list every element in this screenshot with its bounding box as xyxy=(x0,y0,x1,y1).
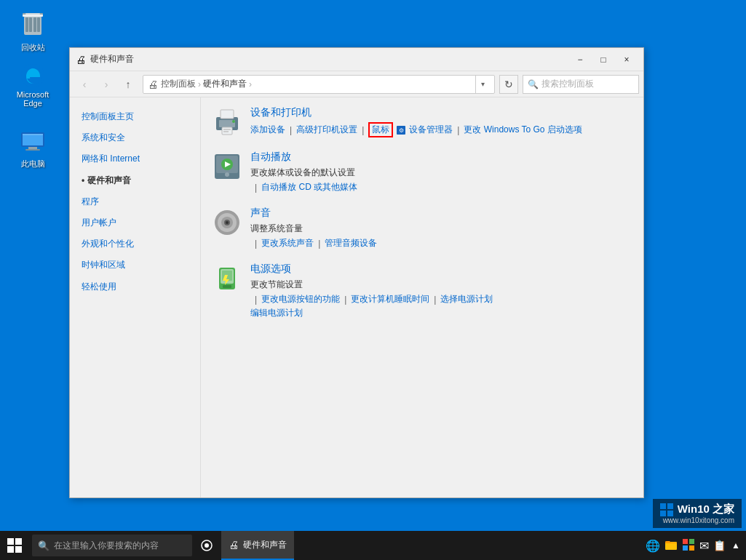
toolbar: ‹ › ↑ 🖨 控制面板 › 硬件和声音 › ▾ ↻ 🔍 搜索控制面板 xyxy=(70,71,643,97)
tray-mail-icon[interactable]: ✉ xyxy=(699,539,709,553)
windows-logo-icon xyxy=(660,503,673,516)
svg-point-32 xyxy=(226,221,229,224)
svg-rect-44 xyxy=(689,545,694,551)
address-dropdown[interactable]: ▾ xyxy=(475,75,490,94)
desktop-icon-edge[interactable]: MicrosoftEdge xyxy=(7,58,58,111)
sound-links: | 更改系统声音 | 管理音频设备 xyxy=(250,237,632,249)
windows-to-go-link[interactable]: 更改 Windows To Go 启动选项 xyxy=(464,124,582,136)
power-content: 电源选项 更改节能设置 | 更改电源按钮的功能 | 更改计算机睡眠时间 | 选择… xyxy=(250,263,632,319)
taskbar-search-placeholder: 在这里输入你要搜索的内容 xyxy=(54,540,159,552)
svg-rect-16 xyxy=(221,110,234,119)
power-links-row1: | 更改电源按钮的功能 | 更改计算机睡眠时间 | 选择电源计划 xyxy=(250,293,632,305)
add-device-link[interactable]: 添加设备 xyxy=(250,124,285,136)
sidebar-item-network-internet[interactable]: 网络和 Internet xyxy=(70,148,200,169)
addr-hardware-sound[interactable]: 硬件和声音 xyxy=(203,78,247,90)
sidebar: 控制面板主页 系统和安全 网络和 Internet 硬件和声音 程序 用户帐户 … xyxy=(70,97,201,497)
svg-rect-42 xyxy=(689,539,694,544)
start-logo-icon xyxy=(7,538,22,553)
recycle-bin-label: 回收站 xyxy=(21,42,45,53)
task-view-button[interactable] xyxy=(192,531,221,560)
tray-extra-icon[interactable]: 📋 xyxy=(713,540,726,551)
search-box[interactable]: 🔍 搜索控制面板 xyxy=(523,75,639,94)
sound-title[interactable]: 声音 xyxy=(250,207,632,220)
win10-url: www.win10xitong.com xyxy=(660,516,734,524)
titlebar: 🖨 硬件和声音 − □ × xyxy=(70,48,643,71)
search-placeholder: 搜索控制面板 xyxy=(541,78,594,90)
forward-button[interactable]: › xyxy=(96,74,116,95)
back-button[interactable]: ‹ xyxy=(74,74,95,95)
edge-label: MicrosoftEdge xyxy=(17,90,49,108)
sidebar-item-ease-access[interactable]: 轻松使用 xyxy=(70,276,200,297)
window-title: 硬件和声音 xyxy=(90,53,569,65)
sidebar-item-hardware-sound[interactable]: 硬件和声音 xyxy=(70,170,200,191)
sidebar-item-system-security[interactable]: 系统和安全 xyxy=(70,127,200,148)
refresh-button[interactable]: ↻ xyxy=(499,75,518,94)
svg-rect-10 xyxy=(23,134,43,145)
svg-point-39 xyxy=(205,543,209,548)
devices-printers-title[interactable]: 设备和打印机 xyxy=(250,106,632,119)
power-title[interactable]: 电源选项 xyxy=(250,263,632,276)
sleep-time-link[interactable]: 更改计算机睡眠时间 xyxy=(351,293,429,305)
power-plan-link[interactable]: 选择电源计划 xyxy=(440,293,493,305)
devices-printers-links: 添加设备 | 高级打印机设置 | 鼠标 ⚙ 设备管理器 | 更改 Windows… xyxy=(250,122,632,137)
sidebar-item-user-accounts[interactable]: 用户帐户 xyxy=(70,212,200,233)
window-controls: − □ × xyxy=(569,52,638,67)
sidebar-item-programs[interactable]: 程序 xyxy=(70,191,200,212)
maximize-button[interactable]: □ xyxy=(592,52,614,67)
taskbar-active-window[interactable]: 🖨 硬件和声音 xyxy=(221,531,294,560)
main-content: 设备和打印机 添加设备 | 高级打印机设置 | 鼠标 ⚙ 设备管理器 | 更改 … xyxy=(201,97,643,497)
this-pc-label: 此电脑 xyxy=(21,159,45,169)
window-icon: 🖨 xyxy=(76,54,86,65)
svg-rect-7 xyxy=(23,15,43,17)
category-devices-printers: 设备和打印机 添加设备 | 高级打印机设置 | 鼠标 ⚙ 设备管理器 | 更改 … xyxy=(213,106,632,137)
devices-printers-icon xyxy=(213,108,242,137)
this-pc-icon xyxy=(18,127,47,156)
change-sound-link[interactable]: 更改系统声音 xyxy=(261,237,314,249)
taskbar: 🔍 在这里输入你要搜索的内容 🖨 硬件和声音 🌐 xyxy=(0,531,746,560)
tray-edge-icon[interactable]: 🌐 xyxy=(646,539,660,553)
up-button[interactable]: ↑ xyxy=(118,74,138,95)
address-bar[interactable]: 🖨 控制面板 › 硬件和声音 › ▾ xyxy=(143,75,495,94)
control-panel-window: 🖨 硬件和声音 − □ × ‹ › ↑ 🖨 控制面板 › 硬件和声音 › ▾ ↻… xyxy=(69,47,644,498)
search-icon: 🔍 xyxy=(528,79,539,89)
desktop-icon-recycle-bin[interactable]: 回收站 xyxy=(7,7,58,56)
device-manager-link[interactable]: 设备管理器 xyxy=(409,124,453,136)
devices-printers-content: 设备和打印机 添加设备 | 高级打印机设置 | 鼠标 ⚙ 设备管理器 | 更改 … xyxy=(250,106,632,137)
autoplay-cd-link[interactable]: 自动播放 CD 或其他媒体 xyxy=(261,181,357,193)
sound-desc: 调整系统音量 xyxy=(250,223,632,235)
sidebar-item-clock-region[interactable]: 时钟和区域 xyxy=(70,255,200,276)
svg-rect-3 xyxy=(25,17,28,32)
category-autoplay: 自动播放 更改媒体或设备的默认设置 | 自动播放 CD 或其他媒体 xyxy=(213,151,632,193)
svg-rect-12 xyxy=(25,149,40,151)
start-button[interactable] xyxy=(0,531,29,560)
desktop-icon-this-pc[interactable]: 此电脑 xyxy=(7,124,58,172)
addr-part-icon: 🖨 xyxy=(148,79,158,90)
tray-icons: 🌐 ✉ 📋 xyxy=(646,538,726,553)
category-sound: 声音 调整系统音量 | 更改系统声音 | 管理音频设备 xyxy=(213,207,632,249)
svg-rect-19 xyxy=(223,129,231,130)
svg-rect-43 xyxy=(683,545,688,551)
sidebar-item-control-panel-home[interactable]: 控制面板主页 xyxy=(70,106,200,127)
minimize-button[interactable]: − xyxy=(569,52,591,67)
mouse-link[interactable]: 鼠标 xyxy=(368,122,393,137)
taskbar-search-box[interactable]: 🔍 在这里输入你要搜索的内容 xyxy=(32,535,192,556)
advanced-printer-link[interactable]: 高级打印机设置 xyxy=(296,124,357,136)
power-desc: 更改节能设置 xyxy=(250,279,632,291)
tray-explorer-icon[interactable] xyxy=(664,538,678,553)
edit-power-plan-link[interactable]: 编辑电源计划 xyxy=(250,307,303,319)
power-button-link[interactable]: 更改电源按钮的功能 xyxy=(261,293,340,305)
manage-audio-link[interactable]: 管理音频设备 xyxy=(325,237,377,249)
sound-icon xyxy=(213,208,242,237)
svg-point-25 xyxy=(225,172,229,177)
taskbar-search-icon: 🔍 xyxy=(38,540,49,551)
content-area: 控制面板主页 系统和安全 网络和 Internet 硬件和声音 程序 用户帐户 … xyxy=(70,97,643,497)
svg-rect-4 xyxy=(29,17,32,32)
category-power: 电源选项 更改节能设置 | 更改电源按钮的功能 | 更改计算机睡眠时间 | 选择… xyxy=(213,263,632,319)
svg-rect-36 xyxy=(223,285,231,288)
addr-control-panel[interactable]: 控制面板 xyxy=(161,78,196,90)
autoplay-title[interactable]: 自动播放 xyxy=(250,151,632,164)
tray-store-icon[interactable] xyxy=(682,538,695,553)
tray-chevron-icon[interactable]: ▲ xyxy=(731,540,740,551)
sidebar-item-appearance[interactable]: 外观和个性化 xyxy=(70,233,200,255)
close-button[interactable]: × xyxy=(616,52,638,67)
